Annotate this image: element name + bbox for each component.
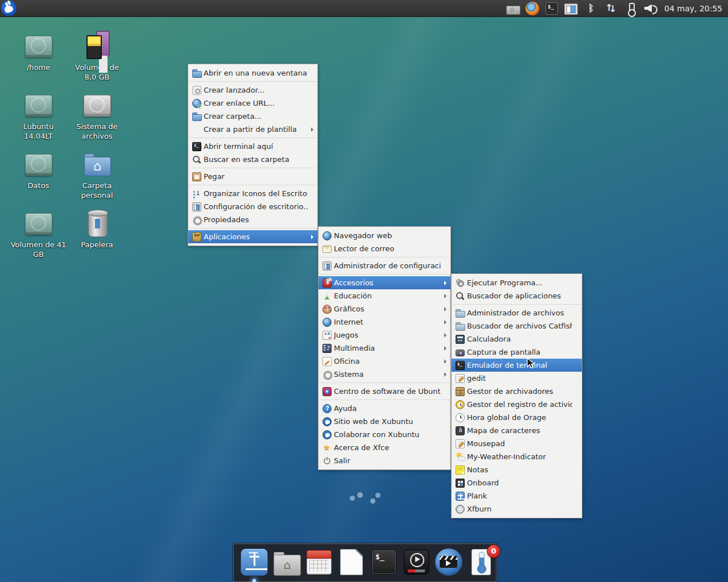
- menu-item-administrador-de-configuracion[interactable]: Administrador de configuración: [318, 259, 450, 272]
- abrir-en-una-nueva-ventana-icon: [192, 69, 201, 78]
- menu-item-label: Pegar: [204, 172, 308, 181]
- desktop-icon-home[interactable]: /home: [9, 26, 68, 85]
- menu-item-label: Educación: [334, 292, 441, 300]
- menu-item-label: Buscador de archivos Catfish: [467, 322, 572, 330]
- dock-item-calendar[interactable]: [305, 548, 333, 576]
- menu-item-buscador-de-aplicaciones[interactable]: Buscador de aplicaciones: [452, 289, 582, 302]
- menu-item-salir[interactable]: Salir: [318, 454, 450, 467]
- organizar-iconos-del-escritorio-icon: [192, 189, 201, 198]
- menu-item-multimedia[interactable]: Multimedia: [318, 342, 450, 355]
- menu-item-label: Centro de software de Ubuntu: [334, 387, 441, 396]
- menu-item-configuracion-de-escritorio[interactable]: Configuración de escritorio...: [188, 200, 317, 213]
- menu-item-mapa-de-caracteres[interactable]: Mapa de caracteres: [452, 424, 582, 437]
- terminal-icon[interactable]: [545, 2, 558, 15]
- menu-item-colaborar-con-xubuntu[interactable]: Colaborar con Xubuntu: [318, 428, 450, 441]
- dock-item-libreoffice[interactable]: [338, 548, 365, 576]
- menu-item-administrador-de-archivos[interactable]: Administrador de archivos: [452, 306, 582, 319]
- menu-item-notas[interactable]: Notas: [452, 463, 582, 476]
- desktop-icon-sistema-de-archivos[interactable]: Sistema de archivos: [68, 85, 126, 144]
- desktop-icon-carpeta-personal[interactable]: Carpeta personal: [68, 144, 126, 203]
- dock: 0: [233, 543, 497, 582]
- desktop-icon-lubuntu-14-04lt[interactable]: Lubuntu 14.04LT: [9, 85, 68, 144]
- menu-item-crear-carpeta[interactable]: Crear carpeta...: [188, 110, 317, 123]
- menu-item-educacion[interactable]: Educación: [318, 289, 450, 302]
- file-manager-icon[interactable]: [506, 2, 519, 15]
- menu-item-my-weather-indicator[interactable]: My-Weather-Indicator: [452, 450, 582, 463]
- menu-item-buscar-en-esta-carpeta[interactable]: Buscar en esta carpeta: [188, 153, 317, 166]
- gestor-de-archivadores-icon: [456, 387, 465, 396]
- dock-item-plank[interactable]: [241, 548, 268, 576]
- menu-item-graficos[interactable]: Gráficos: [318, 302, 450, 315]
- propiedades-icon: [192, 215, 201, 225]
- menu-item-hora-global-de-orage[interactable]: Hora global de Orage: [452, 411, 582, 424]
- menu-item-ejecutar-programa[interactable]: Ejecutar Programa...: [452, 276, 582, 289]
- menu-item-abrir-en-una-nueva-ventana[interactable]: Abrir en una nueva ventana: [188, 66, 317, 80]
- dock-item-media-player[interactable]: [403, 548, 430, 576]
- menu-item-aplicaciones[interactable]: Aplicaciones: [188, 230, 317, 243]
- lector-de-correo-icon: [322, 246, 332, 253]
- weather-icon[interactable]: [624, 2, 638, 15]
- menu-item-lector-de-correo[interactable]: Lector de correo: [318, 242, 450, 255]
- desktop-icon-label: Sistema de archivos: [69, 122, 126, 141]
- dock-item-terminal[interactable]: [370, 548, 398, 576]
- menu-item-plank[interactable]: Plank: [452, 489, 582, 502]
- menu-item-label: Organizar Iconos del Escritorio: [204, 189, 308, 198]
- menu-item-ayuda[interactable]: Ayuda: [318, 402, 450, 415]
- menu-item-internet[interactable]: Internet: [318, 315, 450, 329]
- menu-item-gedit[interactable]: gedit: [452, 372, 582, 385]
- menu-item-label: Accesorios: [334, 278, 441, 287]
- menu-item-sitio-web-de-xubuntu[interactable]: Sitio web de Xubuntu: [318, 415, 450, 428]
- xubuntu-menu-button[interactable]: [1, 1, 16, 16]
- dock-item-weather-indicator[interactable]: 0: [468, 548, 495, 576]
- menu-item-pegar[interactable]: Pegar: [188, 170, 317, 183]
- menu-item-abrir-terminal-aqui[interactable]: Abrir terminal aquí: [188, 140, 317, 153]
- desktop-icon-papelera[interactable]: Papelera: [68, 203, 126, 263]
- menu-item-buscador-de-archivos-catfish[interactable]: Buscador de archivos Catfish: [452, 319, 582, 332]
- dock-item-video-player[interactable]: [435, 548, 462, 576]
- menu-item-gestor-del-registro-de-actividad[interactable]: Gestor del registro de actividad: [452, 398, 582, 411]
- menu-item-accesorios[interactable]: Accesorios: [318, 276, 450, 289]
- menu-item-juegos[interactable]: Juegos: [318, 329, 450, 342]
- menu-item-calculadora[interactable]: Calculadora: [452, 332, 582, 346]
- menu-item-crear-a-partir-de-plantilla[interactable]: Crear a partir de plantilla: [188, 123, 317, 136]
- calculadora-icon: [456, 335, 465, 344]
- internet-icon: [322, 318, 332, 327]
- buscador-de-archivos-catfish-icon: [456, 322, 465, 331]
- menu-separator: [188, 183, 317, 187]
- menu-item-acerca-de-xfce[interactable]: Acerca de Xfce: [318, 441, 450, 454]
- menu-item-emulador-de-terminal[interactable]: Emulador de terminal: [452, 359, 582, 372]
- desktop-icon-datos[interactable]: Datos: [9, 144, 68, 203]
- submenu-arrow-icon: [444, 281, 446, 285]
- desktop-icon-label: Carpeta personal: [69, 181, 126, 200]
- video-player-icon: [435, 548, 462, 576]
- menu-item-centro-de-software-de-ubuntu[interactable]: Centro de software de Ubuntu: [318, 385, 450, 398]
- menu-item-label: Buscar en esta carpeta: [204, 155, 308, 164]
- onboard-icon: [456, 479, 465, 488]
- menu-item-label: Salir: [334, 456, 441, 465]
- menu-item-label: Buscador de aplicaciones: [467, 292, 572, 300]
- top-panel: 04 may, 20:55: [0, 0, 728, 17]
- firefox-icon[interactable]: [526, 2, 539, 15]
- bluetooth-icon[interactable]: [584, 2, 598, 15]
- network-icon[interactable]: [604, 2, 618, 15]
- menu-item-gestor-de-archivadores[interactable]: Gestor de archivadores: [452, 385, 582, 398]
- volume-icon[interactable]: [644, 2, 657, 15]
- menu-item-propiedades[interactable]: Propiedades: [188, 213, 317, 226]
- menu-item-mousepad[interactable]: Mousepad: [452, 437, 582, 450]
- desktop-icon-volumen-de-41-gb[interactable]: Volumen de 41 GB: [9, 203, 68, 263]
- menu-item-captura-de-pantalla[interactable]: Captura de pantalla: [452, 346, 582, 359]
- menu-item-sistema[interactable]: Sistema: [318, 368, 450, 381]
- menu-item-navegador-web[interactable]: Navegador web: [318, 229, 450, 242]
- menu-item-organizar-iconos-del-escritorio[interactable]: Organizar Iconos del Escritorio: [188, 187, 317, 200]
- menu-item-crear-lanzador[interactable]: Crear lanzador...: [188, 84, 317, 97]
- menu-item-crear-enlace-url[interactable]: Crear enlace URL...: [188, 97, 317, 110]
- menu-item-xfburn[interactable]: Xfburn: [452, 502, 582, 516]
- menu-item-oficina[interactable]: Oficina: [318, 355, 450, 368]
- desktop-icon-volumen-de-8-0-gb[interactable]: Volumen de 8,0 GB: [68, 26, 126, 85]
- dock-item-file-manager[interactable]: [273, 548, 300, 576]
- menu-item-label: Configuración de escritorio...: [204, 202, 308, 211]
- settings-icon[interactable]: [564, 3, 578, 15]
- panel-clock[interactable]: 04 may, 20:55: [664, 4, 722, 13]
- applications-submenu: Navegador web Lector de correo Administr…: [318, 226, 451, 470]
- menu-item-onboard[interactable]: Onboard: [452, 476, 582, 489]
